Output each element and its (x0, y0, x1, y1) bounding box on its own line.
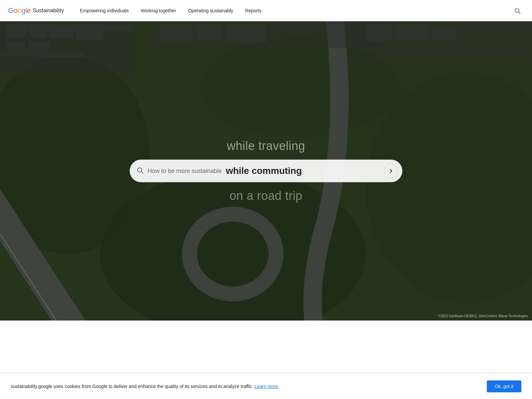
nav-link-empowering[interactable]: Empowering individuals (74, 5, 134, 16)
chevron-right-icon (388, 168, 394, 174)
nav-link-operating[interactable]: Operating sustainably (183, 5, 238, 16)
search-icon (136, 167, 144, 176)
sustainability-wordmark: Sustainability (33, 8, 64, 14)
google-wordmark: Google (8, 6, 31, 15)
nav-logo[interactable]: Google Sustainability (8, 6, 64, 15)
main-nav: Google Sustainability Empowering individ… (0, 0, 532, 21)
map-credit: ©2023 GeoBasis-DE/BKG, GeoContent, Maxar… (438, 314, 528, 318)
hero-text-below: on a road trip (229, 189, 302, 203)
search-static-text: How to be more sustainable (148, 168, 222, 175)
hero-text-above: while traveling (227, 139, 305, 153)
search-highlight-text: while commuting (226, 166, 302, 176)
hero-content: while traveling How to be more sustainab… (0, 139, 532, 203)
nav-link-working[interactable]: Working together (135, 5, 181, 16)
hero-section: while traveling How to be more sustainab… (0, 21, 532, 321)
svg-line-29 (141, 172, 143, 173)
search-submit-button[interactable] (384, 164, 398, 178)
nav-links: Empowering individuals Working together … (74, 5, 511, 16)
hero-search-bar[interactable]: How to be more sustainable while commuti… (130, 160, 402, 182)
search-icon (514, 7, 521, 14)
nav-link-reports[interactable]: Reports (240, 5, 267, 16)
nav-search-button[interactable] (511, 4, 524, 17)
svg-line-1 (519, 12, 520, 14)
